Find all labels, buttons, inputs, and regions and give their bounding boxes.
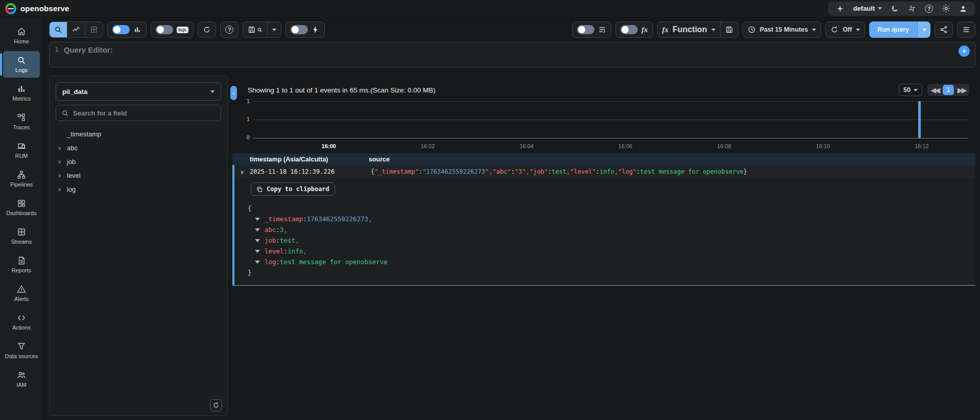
sidebar-item-metrics[interactable]: Metrics bbox=[3, 80, 40, 106]
sidebar-item-label: Alerts bbox=[14, 296, 29, 302]
function-toggle[interactable] bbox=[620, 25, 638, 34]
column-header-timestamp[interactable]: timestamp (Asia/Calcutta) bbox=[232, 156, 369, 163]
openobserve-logo-icon bbox=[5, 3, 16, 14]
collapse-arrow-icon[interactable] bbox=[255, 218, 260, 221]
sidebar-item-pipelines[interactable]: Pipelines bbox=[3, 166, 40, 192]
user-profile-icon[interactable] bbox=[959, 4, 968, 13]
org-selector[interactable]: default bbox=[853, 5, 882, 12]
auto-refresh-dropdown[interactable]: Off bbox=[825, 21, 865, 38]
run-query-dropdown[interactable] bbox=[917, 21, 930, 38]
sidebar-item-iam[interactable]: IAM bbox=[3, 366, 40, 392]
x-tick: 16:06 bbox=[618, 143, 633, 149]
app-header: openobserve default ? bbox=[0, 0, 980, 17]
json-line-log: log:test message for openobserve bbox=[248, 256, 975, 267]
copy-to-clipboard-button[interactable]: Copy to clipboard bbox=[251, 182, 335, 196]
saved-search-dropdown[interactable] bbox=[267, 22, 281, 37]
field-item-log[interactable]: ∨ log bbox=[56, 182, 221, 196]
run-query-group: Run query bbox=[869, 21, 930, 38]
histogram-bar[interactable] bbox=[918, 101, 921, 138]
field-item-abc[interactable]: ∨ abc bbox=[56, 141, 221, 155]
help-icon[interactable]: ? bbox=[925, 5, 933, 13]
function-dropdown-label: Function bbox=[673, 25, 707, 34]
histogram-plot[interactable] bbox=[252, 101, 968, 138]
refresh-fields-button[interactable] bbox=[210, 399, 222, 411]
sidebar-item-reports[interactable]: Reports bbox=[3, 251, 40, 278]
time-range-dropdown[interactable]: Past 15 Minutes bbox=[743, 21, 821, 38]
sidebar-item-alerts[interactable]: Alerts bbox=[3, 280, 40, 307]
query-help-button[interactable]: ? bbox=[220, 21, 238, 38]
sidebar-item-label: Streams bbox=[11, 239, 32, 245]
sidebar-item-logs[interactable]: Logs bbox=[3, 51, 40, 78]
wrap-lines-toggle-group bbox=[572, 21, 611, 38]
log-table-row[interactable]: ∨ 2025-11-18 16:12:39.226 {"_timestamp":… bbox=[234, 165, 975, 178]
brand-name: openobserve bbox=[20, 4, 69, 13]
copy-button-label: Copy to clipboard bbox=[267, 185, 329, 193]
org-selector-label: default bbox=[853, 5, 875, 12]
search-mode-button[interactable] bbox=[50, 22, 67, 37]
sidebar-item-home[interactable]: Home bbox=[3, 22, 40, 49]
settings-gear-icon[interactable] bbox=[941, 4, 950, 13]
sidebar-item-label: Logs bbox=[15, 67, 28, 74]
function-dropdown[interactable]: fx Function bbox=[658, 22, 720, 37]
toolbar-right: fx fx Function Past 15 Minutes Off Run q… bbox=[572, 21, 975, 38]
line-number: 1 bbox=[55, 45, 59, 64]
wrap-lines-toggle[interactable] bbox=[577, 25, 594, 34]
save-search-button[interactable] bbox=[243, 22, 267, 37]
search-mode-segment bbox=[49, 21, 103, 38]
json-line-level: level:info, bbox=[248, 246, 975, 256]
sidebar-item-dashboards[interactable]: Dashboards bbox=[3, 194, 40, 221]
slack-icon[interactable] bbox=[907, 4, 917, 13]
menu-button[interactable] bbox=[957, 21, 975, 38]
row-source: {"_timestamp":"1763462559226273","abc":"… bbox=[371, 168, 975, 175]
current-page-button[interactable]: 1 bbox=[943, 85, 954, 95]
sidebar-item-streams[interactable]: Streams bbox=[3, 223, 40, 249]
reset-filters-button[interactable] bbox=[198, 21, 216, 38]
dark-mode-moon-icon[interactable] bbox=[890, 4, 899, 13]
sidebar-item-data-sources[interactable]: Data sources bbox=[3, 337, 40, 364]
brand: openobserve bbox=[5, 3, 69, 14]
grid-mode-button[interactable] bbox=[85, 22, 103, 37]
histogram-toggle[interactable] bbox=[112, 25, 130, 34]
sidebar-item-rum[interactable]: RUM bbox=[3, 137, 40, 164]
collapse-arrow-icon[interactable] bbox=[255, 261, 260, 264]
dashboards-icon bbox=[17, 199, 26, 208]
json-close-brace: } bbox=[248, 267, 975, 278]
field-list: _timestamp ∨ abc ∨ job ∨ level ∨ log bbox=[56, 127, 221, 196]
sql-mode-toggle[interactable] bbox=[156, 25, 173, 34]
results-bar: Showing 1 to 1 out of 1 events in 65 ms.… bbox=[232, 82, 975, 98]
field-search-input[interactable]: Search for a field bbox=[56, 105, 221, 121]
row-expand-chevron-icon[interactable]: ∨ bbox=[234, 169, 250, 175]
page-size-dropdown[interactable]: 50 bbox=[899, 84, 922, 96]
stream-select[interactable]: pii_data bbox=[56, 82, 221, 101]
y-tick: 1 bbox=[234, 98, 250, 105]
quick-mode-toggle[interactable] bbox=[291, 25, 308, 34]
next-page-button[interactable]: ▶▶ bbox=[956, 86, 967, 94]
json-tree: { _timestamp:1763462559226273, abc:3, jo… bbox=[248, 203, 975, 278]
results-summary: Showing 1 to 1 out of 1 events in 65 ms.… bbox=[248, 86, 436, 94]
field-item-job[interactable]: ∨ job bbox=[56, 155, 221, 169]
field-item-timestamp[interactable]: _timestamp bbox=[56, 127, 221, 141]
sidebar-nav: Home Logs Metrics Traces RUM Pipelines bbox=[0, 17, 43, 420]
fx-icon: fx bbox=[662, 26, 669, 34]
prev-page-button[interactable]: ◀◀ bbox=[929, 86, 941, 94]
collapse-arrow-icon[interactable] bbox=[255, 228, 260, 231]
field-search-placeholder: Search for a field bbox=[73, 109, 127, 117]
sparkle-ai-icon[interactable] bbox=[835, 4, 845, 13]
sidebar-item-traces[interactable]: Traces bbox=[3, 108, 40, 135]
share-button[interactable] bbox=[935, 21, 953, 38]
sidebar-item-actions[interactable]: Actions bbox=[3, 309, 40, 335]
sidebar-item-label: Reports bbox=[12, 267, 32, 274]
sql-mode-line-chart-button[interactable] bbox=[67, 22, 85, 37]
column-header-source[interactable]: source bbox=[369, 156, 975, 163]
query-editor[interactable]: 1 Query Editor: bbox=[49, 42, 975, 67]
field-item-level[interactable]: ∨ level bbox=[56, 169, 221, 182]
events-histogram[interactable]: 1 1 0 16:00 16:02 16:04 16:06 16:08 16:1… bbox=[232, 99, 975, 149]
save-function-button[interactable] bbox=[720, 22, 738, 37]
x-tick: 16:00 bbox=[322, 143, 336, 149]
run-query-button[interactable]: Run query bbox=[869, 21, 917, 38]
collapse-arrow-icon[interactable] bbox=[255, 250, 260, 253]
header-actions: default ? bbox=[828, 2, 975, 16]
collapse-fields-panel-button[interactable]: ‹ bbox=[230, 86, 237, 100]
ai-assistant-button[interactable] bbox=[959, 45, 970, 57]
collapse-arrow-icon[interactable] bbox=[255, 239, 260, 242]
